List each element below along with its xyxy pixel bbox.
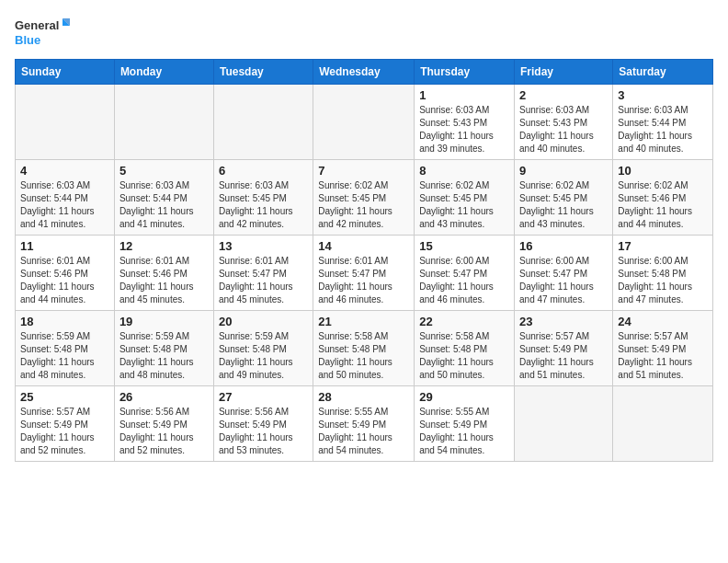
calendar-cell: 13Sunrise: 6:01 AM Sunset: 5:47 PM Dayli…	[213, 236, 313, 311]
weekday-header-friday: Friday	[515, 60, 613, 85]
calendar-cell: 11Sunrise: 6:01 AM Sunset: 5:46 PM Dayli…	[16, 236, 115, 311]
day-info: Sunrise: 6:01 AM Sunset: 5:46 PM Dayligh…	[20, 255, 109, 306]
calendar-cell: 23Sunrise: 5:57 AM Sunset: 5:49 PM Dayli…	[515, 311, 613, 386]
calendar-cell: 1Sunrise: 6:03 AM Sunset: 5:43 PM Daylig…	[415, 85, 515, 160]
day-number: 2	[519, 88, 608, 102]
calendar-cell: 21Sunrise: 5:58 AM Sunset: 5:48 PM Dayli…	[313, 311, 415, 386]
weekday-header-row: SundayMondayTuesdayWednesdayThursdayFrid…	[16, 60, 713, 85]
day-number: 18	[20, 315, 109, 328]
day-info: Sunrise: 5:59 AM Sunset: 5:48 PM Dayligh…	[119, 330, 209, 382]
day-number: 12	[119, 239, 209, 253]
calendar-cell	[213, 85, 313, 160]
day-number: 20	[219, 315, 308, 328]
day-number: 4	[20, 164, 109, 178]
calendar-cell: 24Sunrise: 5:57 AM Sunset: 5:49 PM Dayli…	[613, 311, 713, 386]
calendar-cell: 18Sunrise: 5:59 AM Sunset: 5:48 PM Dayli…	[16, 311, 115, 386]
day-info: Sunrise: 5:57 AM Sunset: 5:49 PM Dayligh…	[20, 406, 109, 457]
calendar-cell: 20Sunrise: 5:59 AM Sunset: 5:48 PM Dayli…	[213, 311, 313, 386]
day-info: Sunrise: 6:03 AM Sunset: 5:44 PM Dayligh…	[618, 104, 708, 155]
calendar-cell: 6Sunrise: 6:03 AM Sunset: 5:45 PM Daylig…	[213, 160, 313, 236]
day-number: 26	[119, 390, 209, 404]
calendar-cell	[114, 85, 213, 160]
svg-text:General: General	[15, 18, 59, 32]
day-info: Sunrise: 5:55 AM Sunset: 5:49 PM Dayligh…	[318, 406, 409, 457]
day-number: 16	[519, 239, 608, 253]
calendar-cell: 25Sunrise: 5:57 AM Sunset: 5:49 PM Dayli…	[16, 386, 115, 462]
calendar-cell: 15Sunrise: 6:00 AM Sunset: 5:47 PM Dayli…	[415, 236, 515, 311]
day-info: Sunrise: 5:59 AM Sunset: 5:48 PM Dayligh…	[20, 330, 109, 382]
weekday-header-thursday: Thursday	[415, 60, 515, 85]
day-number: 21	[318, 315, 409, 328]
calendar-week-row: 1Sunrise: 6:03 AM Sunset: 5:43 PM Daylig…	[16, 85, 713, 160]
calendar-cell: 2Sunrise: 6:03 AM Sunset: 5:43 PM Daylig…	[515, 85, 613, 160]
calendar-week-row: 25Sunrise: 5:57 AM Sunset: 5:49 PM Dayli…	[16, 386, 713, 462]
calendar-cell: 29Sunrise: 5:55 AM Sunset: 5:49 PM Dayli…	[415, 386, 515, 462]
day-number: 25	[20, 390, 109, 404]
day-number: 19	[119, 315, 209, 328]
day-info: Sunrise: 6:03 AM Sunset: 5:44 PM Dayligh…	[119, 179, 209, 231]
day-info: Sunrise: 6:03 AM Sunset: 5:43 PM Dayligh…	[419, 104, 509, 155]
calendar-week-row: 4Sunrise: 6:03 AM Sunset: 5:44 PM Daylig…	[16, 160, 713, 236]
day-number: 27	[219, 390, 308, 404]
day-number: 11	[20, 239, 109, 253]
calendar-cell: 4Sunrise: 6:03 AM Sunset: 5:44 PM Daylig…	[16, 160, 115, 236]
day-number: 22	[419, 315, 509, 328]
day-number: 23	[519, 315, 608, 328]
day-info: Sunrise: 6:03 AM Sunset: 5:44 PM Dayligh…	[20, 179, 109, 231]
calendar-cell: 16Sunrise: 6:00 AM Sunset: 5:47 PM Dayli…	[515, 236, 613, 311]
day-info: Sunrise: 5:56 AM Sunset: 5:49 PM Dayligh…	[219, 406, 308, 457]
day-number: 9	[519, 164, 608, 178]
calendar-cell: 3Sunrise: 6:03 AM Sunset: 5:44 PM Daylig…	[613, 85, 713, 160]
calendar-table: SundayMondayTuesdayWednesdayThursdayFrid…	[15, 59, 713, 462]
day-info: Sunrise: 5:57 AM Sunset: 5:49 PM Dayligh…	[519, 330, 608, 382]
weekday-header-tuesday: Tuesday	[213, 60, 313, 85]
calendar-cell: 27Sunrise: 5:56 AM Sunset: 5:49 PM Dayli…	[213, 386, 313, 462]
day-info: Sunrise: 6:01 AM Sunset: 5:46 PM Dayligh…	[119, 255, 209, 306]
calendar-cell: 19Sunrise: 5:59 AM Sunset: 5:48 PM Dayli…	[114, 311, 213, 386]
day-info: Sunrise: 6:02 AM Sunset: 5:45 PM Dayligh…	[519, 179, 608, 231]
weekday-header-wednesday: Wednesday	[313, 60, 415, 85]
day-info: Sunrise: 5:56 AM Sunset: 5:49 PM Dayligh…	[119, 406, 209, 457]
calendar-week-row: 11Sunrise: 6:01 AM Sunset: 5:46 PM Dayli…	[16, 236, 713, 311]
calendar-cell: 9Sunrise: 6:02 AM Sunset: 5:45 PM Daylig…	[515, 160, 613, 236]
page-header: General Blue	[15, 15, 713, 52]
day-info: Sunrise: 6:02 AM Sunset: 5:45 PM Dayligh…	[318, 179, 409, 231]
day-number: 10	[618, 164, 708, 178]
calendar-week-row: 18Sunrise: 5:59 AM Sunset: 5:48 PM Dayli…	[16, 311, 713, 386]
day-number: 3	[618, 88, 708, 102]
day-info: Sunrise: 6:02 AM Sunset: 5:46 PM Dayligh…	[618, 179, 708, 231]
day-number: 13	[219, 239, 308, 253]
calendar-cell	[515, 386, 613, 462]
logo-svg: General Blue	[15, 15, 70, 52]
calendar-cell	[16, 85, 115, 160]
day-number: 17	[618, 239, 708, 253]
day-info: Sunrise: 5:57 AM Sunset: 5:49 PM Dayligh…	[618, 330, 708, 382]
day-info: Sunrise: 5:58 AM Sunset: 5:48 PM Dayligh…	[419, 330, 509, 382]
day-number: 8	[419, 164, 509, 178]
calendar-cell: 5Sunrise: 6:03 AM Sunset: 5:44 PM Daylig…	[114, 160, 213, 236]
weekday-header-sunday: Sunday	[16, 60, 115, 85]
day-number: 1	[419, 88, 509, 102]
day-info: Sunrise: 6:00 AM Sunset: 5:48 PM Dayligh…	[618, 255, 708, 306]
calendar-cell	[313, 85, 415, 160]
day-info: Sunrise: 6:00 AM Sunset: 5:47 PM Dayligh…	[519, 255, 608, 306]
weekday-header-monday: Monday	[114, 60, 213, 85]
calendar-cell: 10Sunrise: 6:02 AM Sunset: 5:46 PM Dayli…	[613, 160, 713, 236]
calendar-cell: 17Sunrise: 6:00 AM Sunset: 5:48 PM Dayli…	[613, 236, 713, 311]
day-info: Sunrise: 5:55 AM Sunset: 5:49 PM Dayligh…	[419, 406, 509, 457]
day-info: Sunrise: 5:59 AM Sunset: 5:48 PM Dayligh…	[219, 330, 308, 382]
day-number: 6	[219, 164, 308, 178]
day-number: 15	[419, 239, 509, 253]
day-info: Sunrise: 6:00 AM Sunset: 5:47 PM Dayligh…	[419, 255, 509, 306]
day-info: Sunrise: 5:58 AM Sunset: 5:48 PM Dayligh…	[318, 330, 409, 382]
day-info: Sunrise: 6:02 AM Sunset: 5:45 PM Dayligh…	[419, 179, 509, 231]
calendar-cell: 14Sunrise: 6:01 AM Sunset: 5:47 PM Dayli…	[313, 236, 415, 311]
day-info: Sunrise: 6:01 AM Sunset: 5:47 PM Dayligh…	[219, 255, 308, 306]
day-number: 5	[119, 164, 209, 178]
calendar-cell: 22Sunrise: 5:58 AM Sunset: 5:48 PM Dayli…	[415, 311, 515, 386]
day-info: Sunrise: 6:03 AM Sunset: 5:45 PM Dayligh…	[219, 179, 308, 231]
day-info: Sunrise: 6:03 AM Sunset: 5:43 PM Dayligh…	[519, 104, 608, 155]
calendar-cell: 26Sunrise: 5:56 AM Sunset: 5:49 PM Dayli…	[114, 386, 213, 462]
calendar-cell: 12Sunrise: 6:01 AM Sunset: 5:46 PM Dayli…	[114, 236, 213, 311]
calendar-cell: 28Sunrise: 5:55 AM Sunset: 5:49 PM Dayli…	[313, 386, 415, 462]
